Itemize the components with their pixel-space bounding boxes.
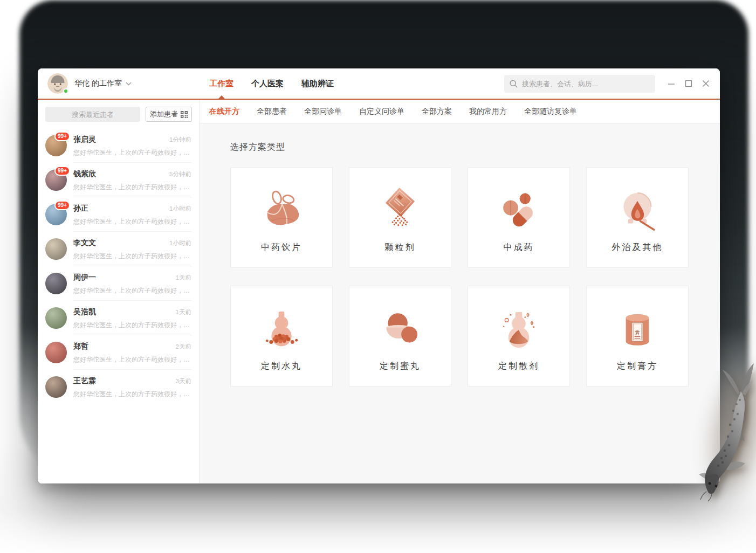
tab-custom-inquiry-forms[interactable]: 自定义问诊单: [359, 107, 404, 116]
message-time: 5分钟前: [169, 170, 191, 178]
tab-all-followup-forms[interactable]: 全部随访复诊单: [524, 107, 577, 116]
chevron-down-icon: [126, 82, 132, 86]
patient-sidebar: 添加患者 99+ 张启灵 1分钟前: [38, 100, 200, 483]
avatar: 99+: [45, 204, 67, 225]
patient-list-item[interactable]: 郑哲 2天前 您好华佗医生，上次的方子药效很好，请问...: [38, 335, 199, 370]
sidebar-toolbar: 添加患者: [38, 100, 199, 128]
tab-personal-cases[interactable]: 个人医案: [251, 79, 284, 89]
content-area: 选择方案类型: [200, 123, 720, 483]
message-preview: 您好华佗医生，上次的方子药效很好，请问...: [73, 183, 191, 192]
avatar: 99+: [45, 135, 67, 156]
tab-online-prescription[interactable]: 在线开方: [209, 107, 239, 116]
message-preview: 您好华佗医生，上次的方子药效很好，请问...: [73, 286, 191, 295]
cupping-flame-icon: [611, 168, 663, 237]
koi-fish-decoration: [695, 350, 755, 508]
add-patient-label: 添加患者: [150, 109, 178, 119]
plan-card-herbal-pieces[interactable]: 中药饮片: [230, 167, 333, 268]
close-icon: [702, 80, 710, 87]
primary-nav: 工作室 个人医案 辅助辨证: [209, 79, 334, 89]
message-time: 1天前: [176, 274, 191, 282]
patient-name: 李文文: [73, 238, 96, 248]
plan-card-paste-formula[interactable]: 膏方 定制膏方: [586, 286, 689, 386]
plan-type-label: 定制膏方: [617, 361, 658, 372]
message-time: 1小时前: [169, 205, 191, 213]
tab-all-inquiry-forms[interactable]: 全部问诊单: [304, 107, 342, 116]
plan-type-label: 外治及其他: [612, 242, 663, 253]
window-controls: [663, 75, 714, 92]
tab-all-plans[interactable]: 全部方案: [422, 107, 452, 116]
plan-type-label: 定制蜜丸: [380, 361, 421, 372]
message-time: 2天前: [176, 343, 191, 351]
patient-name: 孙正: [73, 204, 88, 213]
patient-name: 吴浩凯: [73, 307, 96, 317]
plan-card-granules[interactable]: 颗粒剂: [349, 167, 451, 268]
close-button[interactable]: [697, 75, 714, 92]
patient-list-item[interactable]: 李文文 1小时前 您好华佗医生，上次的方子药效很好，请问...: [38, 232, 199, 266]
plan-card-water-pills[interactable]: 定制水丸: [230, 286, 333, 386]
maximize-button[interactable]: [680, 75, 697, 92]
titlebar: 华佗 的工作室 工作室 个人医案 辅助辨证: [38, 68, 720, 99]
message-preview: 您好华佗医生，上次的方子药效很好，请问...: [73, 355, 191, 364]
message-preview: 您好华佗医生，上次的方子药效很好，请问...: [73, 148, 191, 157]
plan-type-label: 中药饮片: [261, 242, 302, 253]
herb-bundle-icon: [256, 168, 307, 237]
add-patient-button[interactable]: 添加患者: [146, 107, 192, 122]
plan-card-honey-pills[interactable]: 定制蜜丸: [349, 286, 451, 386]
plan-type-label: 定制水丸: [261, 361, 302, 372]
avatar: [45, 342, 67, 363]
patient-search-input[interactable]: [45, 107, 140, 122]
unread-badge: 99+: [54, 132, 70, 141]
tab-assisted-diagnosis[interactable]: 辅助辨证: [301, 79, 334, 89]
secondary-nav: 在线开方 全部患者 全部问诊单 自定义问诊单 全部方案 我的常用方 全部随访复诊…: [200, 100, 720, 123]
message-preview: 您好华佗医生，上次的方子药效很好，请问...: [73, 252, 191, 261]
avatar: [45, 307, 67, 329]
message-time: 3天前: [176, 377, 191, 385]
plan-type-label: 颗粒剂: [385, 242, 416, 253]
tab-my-common-prescriptions[interactable]: 我的常用方: [469, 107, 507, 116]
message-preview: 您好华佗医生，上次的方子药效很好，请问...: [73, 321, 191, 330]
minimize-icon: [668, 80, 675, 87]
avatar: [45, 238, 67, 260]
patient-name: 郑哲: [73, 342, 88, 351]
workspace-switcher[interactable]: 华佗 的工作室: [74, 79, 132, 88]
global-search-input[interactable]: [522, 80, 650, 88]
patient-list-item[interactable]: 99+ 钱紫欣 5分钟前 您好华佗医生，上次的方子药效很好，请问...: [38, 163, 199, 197]
tab-all-patients[interactable]: 全部患者: [257, 107, 287, 116]
patient-name: 钱紫欣: [73, 169, 96, 179]
message-preview: 您好华佗医生，上次的方子药效很好，请问...: [73, 217, 191, 226]
patient-list-item[interactable]: 99+ 张启灵 1分钟前 您好华佗医生，上次的方子药效很好，请问...: [38, 128, 199, 163]
tab-workspace[interactable]: 工作室: [209, 79, 233, 89]
doctor-avatar[interactable]: [47, 73, 68, 94]
patient-list-item[interactable]: 周伊一 1天前 您好华佗医生，上次的方子药效很好，请问...: [38, 266, 199, 301]
unread-badge: 99+: [54, 201, 70, 210]
pills-capsule-icon: [493, 168, 545, 237]
plan-type-label: 定制散剂: [498, 361, 539, 372]
plan-type-grid: 中药饮片: [230, 167, 720, 386]
avatar: 99+: [45, 169, 67, 191]
patient-list-item[interactable]: 吴浩凯 1天前 您好华佗医生，上次的方子药效很好，请问...: [38, 301, 199, 335]
global-search[interactable]: [504, 75, 655, 93]
avatar: [45, 376, 67, 398]
message-time: 1小时前: [169, 239, 191, 247]
plan-card-external-treatment[interactable]: 外治及其他: [586, 167, 689, 268]
active-tab-indicator: [218, 95, 225, 99]
honey-pill-bowl-icon: [374, 286, 426, 355]
message-time: 1天前: [176, 308, 191, 316]
app-window: 华佗 的工作室 工作室 个人医案 辅助辨证: [38, 68, 720, 483]
avatar: [45, 273, 67, 294]
qr-code-icon: [181, 111, 188, 118]
plan-type-label: 中成药: [504, 242, 534, 253]
plan-card-patent-medicine[interactable]: 中成药: [468, 167, 570, 268]
message-time: 1分钟前: [169, 136, 191, 144]
maximize-icon: [685, 80, 692, 87]
search-icon: [510, 80, 518, 88]
workspace-name: 华佗 的工作室: [74, 79, 122, 88]
minimize-button[interactable]: [663, 75, 680, 92]
paste-jar-icon: 膏方: [611, 286, 663, 355]
online-status-dot: [63, 88, 68, 94]
patient-name: 张启灵: [73, 135, 96, 144]
plan-card-powder[interactable]: 定制散剂: [468, 286, 570, 386]
patient-list-item[interactable]: 99+ 孙正 1小时前 您好华佗医生，上次的方子药效很好，请问...: [38, 197, 199, 232]
water-pill-gourd-icon: [256, 286, 307, 355]
patient-list-item[interactable]: 王艺霖 3天前 您好华佗医生，上次的方子药效很好，请问...: [38, 370, 199, 404]
